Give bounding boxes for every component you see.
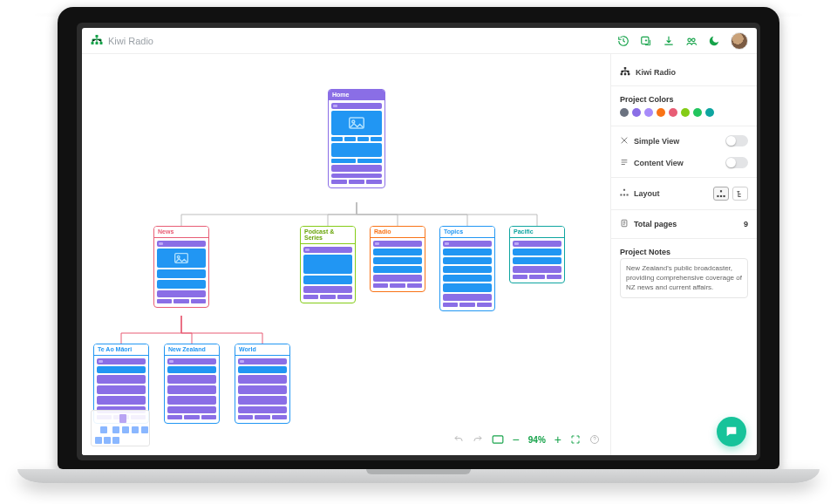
- download-icon[interactable]: [663, 35, 675, 47]
- color-dot[interactable]: [620, 108, 629, 117]
- pages-icon: [620, 219, 629, 229]
- help-icon[interactable]: [589, 434, 600, 445]
- layout-indent-button[interactable]: [732, 187, 748, 201]
- svg-point-8: [352, 120, 355, 123]
- user-avatar[interactable]: [731, 32, 748, 50]
- svg-rect-14: [621, 73, 623, 76]
- node-teao-title: Te Ao Māori: [94, 344, 148, 356]
- svg-rect-24: [724, 194, 725, 196]
- add-page-icon[interactable]: [640, 35, 652, 47]
- project-name[interactable]: Kiwi Radio: [636, 68, 676, 77]
- top-bar: Kiwi Radio: [82, 28, 757, 54]
- total-pages-label: Total pages: [634, 220, 677, 228]
- project-header: Kiwi Radio: [620, 63, 748, 82]
- svg-rect-11: [493, 436, 503, 443]
- project-color-dots: [620, 106, 748, 122]
- project-notes-label: Project Notes: [620, 242, 748, 258]
- sitemap-logo-icon[interactable]: [91, 35, 103, 47]
- canvas[interactable]: Home: [82, 54, 610, 455]
- laptop-frame: Kiwi Radio: [58, 7, 779, 483]
- node-news-title: News: [154, 227, 208, 238]
- zoom-in-icon[interactable]: +: [555, 432, 561, 446]
- color-dot[interactable]: [681, 108, 690, 117]
- node-nz-title: New Zealand: [165, 344, 219, 356]
- content-view-row: Content View: [620, 152, 748, 174]
- svg-rect-2: [96, 42, 99, 44]
- layout-tree-button[interactable]: [713, 187, 729, 201]
- node-home[interactable]: Home: [328, 89, 385, 188]
- node-pacific[interactable]: Pacific: [509, 226, 565, 283]
- svg-rect-1: [92, 42, 94, 44]
- svg-point-10: [177, 255, 180, 258]
- share-icon[interactable]: [685, 35, 698, 47]
- node-topics[interactable]: Topics: [439, 226, 495, 311]
- sitemap-icon: [620, 67, 630, 78]
- color-dot[interactable]: [693, 108, 702, 117]
- color-dot[interactable]: [705, 108, 714, 117]
- svg-rect-18: [620, 194, 622, 195]
- node-nz[interactable]: New Zealand: [164, 344, 220, 424]
- total-pages-row: Total pages 9: [620, 214, 748, 235]
- node-world[interactable]: World: [235, 344, 290, 424]
- layout-label: Layout: [634, 189, 660, 198]
- redo-icon[interactable]: [473, 434, 483, 445]
- svg-point-5: [688, 38, 691, 42]
- app-viewport: Kiwi Radio: [82, 28, 757, 455]
- layout-row: Layout: [620, 181, 748, 206]
- svg-rect-19: [623, 194, 625, 195]
- project-colors-label: Project Colors: [620, 90, 748, 106]
- project-notes[interactable]: New Zealand's public broadcaster, provid…: [620, 258, 748, 298]
- fullscreen-icon[interactable]: [570, 434, 581, 445]
- total-pages-value: 9: [744, 220, 748, 228]
- side-panel: Kiwi Radio Project Colors Simple View: [610, 54, 757, 455]
- top-bar-right: [617, 32, 748, 50]
- chat-button[interactable]: [717, 417, 746, 446]
- svg-rect-13: [624, 67, 627, 70]
- node-news[interactable]: News: [153, 226, 209, 308]
- node-world-title: World: [235, 344, 289, 356]
- screen-inner: Kiwi Radio: [77, 23, 760, 460]
- node-radio-title: Radio: [371, 227, 425, 238]
- svg-point-6: [692, 38, 696, 42]
- content-view-icon: [620, 158, 629, 168]
- content-view-toggle[interactable]: [725, 157, 748, 168]
- node-pacific-title: Pacific: [510, 227, 564, 238]
- laptop-base: [17, 469, 820, 483]
- simple-view-label: Simple View: [634, 137, 679, 146]
- node-topics-title: Topics: [440, 227, 494, 238]
- node-podcasts-title: Podcast & Series: [301, 227, 355, 244]
- zoom-out-icon[interactable]: −: [513, 432, 520, 446]
- dark-mode-icon[interactable]: [708, 35, 720, 47]
- svg-rect-15: [624, 73, 627, 76]
- fit-icon[interactable]: [492, 434, 504, 445]
- svg-rect-17: [623, 189, 625, 191]
- zoom-controls: − 94% +: [453, 432, 600, 446]
- node-podcasts[interactable]: Podcast & Series: [300, 226, 356, 303]
- simple-view-row: Simple View: [620, 130, 748, 152]
- svg-rect-20: [627, 194, 629, 195]
- color-dot[interactable]: [644, 108, 653, 117]
- color-dot[interactable]: [657, 108, 665, 117]
- svg-rect-21: [720, 190, 722, 192]
- zoom-level: 94%: [528, 435, 546, 445]
- svg-rect-16: [628, 73, 630, 76]
- svg-rect-22: [717, 194, 718, 196]
- simple-view-toggle[interactable]: [725, 135, 748, 146]
- color-dot[interactable]: [669, 108, 677, 117]
- minimap[interactable]: [91, 410, 150, 446]
- svg-rect-0: [96, 35, 99, 37]
- undo-icon[interactable]: [453, 434, 464, 445]
- top-bar-left: Kiwi Radio: [91, 35, 153, 47]
- layout-icon: [620, 188, 629, 199]
- simple-view-icon: [620, 136, 629, 146]
- app-title: Kiwi Radio: [108, 36, 153, 46]
- svg-rect-3: [100, 42, 103, 44]
- workspace: Home: [82, 54, 610, 455]
- history-icon[interactable]: [617, 35, 629, 47]
- svg-rect-23: [720, 194, 722, 196]
- screen-bezel: Kiwi Radio: [58, 7, 779, 469]
- color-dot[interactable]: [632, 108, 641, 117]
- content-view-label: Content View: [634, 159, 684, 167]
- node-radio[interactable]: Radio: [370, 226, 425, 292]
- node-home-title: Home: [329, 90, 384, 100]
